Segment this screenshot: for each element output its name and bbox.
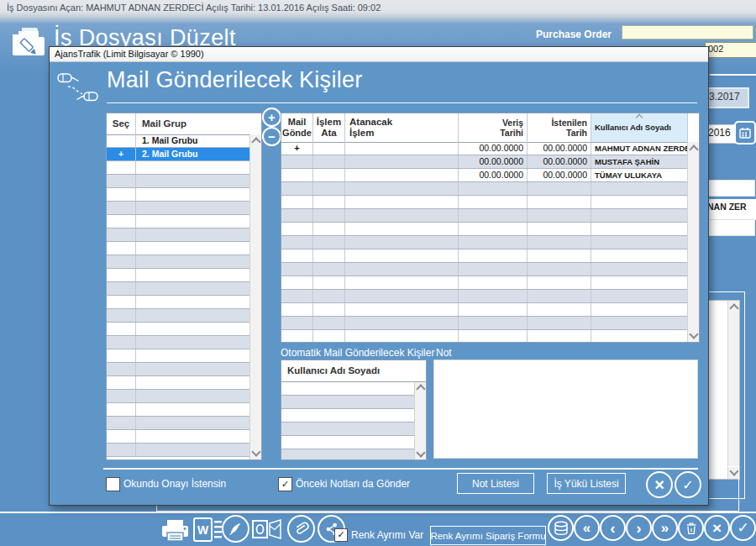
mail-groups-header: Seç Mail Grup <box>107 113 261 135</box>
auto-mail-row[interactable] <box>281 423 415 436</box>
recipient-row[interactable] <box>281 290 688 303</box>
pen-button[interactable] <box>222 515 249 543</box>
auto-mail-scrollbar[interactable] <box>414 382 426 459</box>
recipient-row[interactable] <box>281 182 688 196</box>
cancel-button[interactable]: × <box>704 515 730 541</box>
dialog-titlebar[interactable]: AjansTrafik (Limit Bilgisayar © 1990) <box>50 47 708 62</box>
col-header-sec[interactable]: Seç <box>107 113 136 134</box>
recipient-row[interactable] <box>281 303 688 317</box>
auto-mail-row[interactable] <box>281 382 415 396</box>
recipient-row[interactable] <box>281 223 688 236</box>
recipients-scrollbar[interactable] <box>687 142 699 342</box>
confirm-button[interactable]: ✓ <box>730 515 756 541</box>
auto-mail-row[interactable] <box>281 396 415 409</box>
scroll-down-icon[interactable] <box>416 448 425 457</box>
recipient-row[interactable] <box>281 249 688 263</box>
mail-group-row[interactable] <box>107 255 250 269</box>
col-header-mail-gonder[interactable]: Mail Gönde <box>281 113 313 142</box>
remove-group-button[interactable]: − <box>262 127 281 146</box>
read-receipt-checkbox[interactable] <box>106 477 120 491</box>
mail-group-row[interactable] <box>107 202 250 215</box>
word-export-icon[interactable]: W <box>193 517 223 543</box>
scroll-up-icon[interactable] <box>416 384 425 393</box>
right-input-2[interactable] <box>706 219 755 236</box>
right-input-1[interactable] <box>706 180 755 197</box>
recipient-row[interactable] <box>281 330 688 342</box>
mail-group-row[interactable] <box>107 349 250 363</box>
col-header-islem-ata[interactable]: İşlem Ata <box>313 113 345 142</box>
mail-group-row[interactable] <box>107 269 250 282</box>
workload-list-button[interactable]: İş Yükü Listesi <box>547 473 626 494</box>
dialog-confirm-button[interactable]: ✓ <box>675 471 701 498</box>
mail-group-row[interactable] <box>107 336 250 349</box>
next-record-button[interactable]: › <box>626 515 652 541</box>
mail-group-row[interactable] <box>107 242 250 255</box>
attach-button[interactable] <box>287 515 315 543</box>
recipient-row[interactable]: +00.00.000000.00.0000MAHMUT ADNAN ZERDEC… <box>281 142 688 155</box>
date-field-upper[interactable]: 3.2017 <box>704 87 749 108</box>
col-header-mail-grup[interactable]: Mail Grup <box>136 113 261 134</box>
mail-group-row[interactable] <box>107 309 250 323</box>
mail-group-row[interactable] <box>107 430 250 444</box>
recipient-row[interactable] <box>281 276 688 290</box>
delete-button[interactable] <box>678 515 704 541</box>
purchase-order-input[interactable] <box>622 25 753 39</box>
mail-group-row[interactable] <box>107 188 250 202</box>
recipient-row[interactable] <box>281 263 688 276</box>
recipient-row[interactable]: 00.00.000000.00.0000MUSTAFA ŞAHİN <box>281 155 688 169</box>
calendar-button[interactable] <box>734 121 756 144</box>
person-name-field[interactable]: NAN ZER <box>706 199 756 220</box>
color-separation-checkbox[interactable]: ✓ <box>334 528 348 542</box>
recipient-row[interactable]: 00.00.000000.00.0000TÜMAY ULUKAYA <box>281 169 688 182</box>
note-list-button[interactable]: Not Listesi <box>457 473 534 494</box>
recipient-row[interactable] <box>281 196 688 209</box>
scroll-up-icon[interactable] <box>689 144 698 154</box>
mail-groups-scrollbar[interactable] <box>249 134 261 459</box>
mail-group-row[interactable]: 1. Mail Grubu <box>107 134 250 148</box>
mail-group-row[interactable] <box>107 161 250 175</box>
auto-mail-row[interactable] <box>281 436 415 449</box>
mail-group-row[interactable] <box>107 175 250 188</box>
col-header-atanacak-islem[interactable]: Atanacak İşlem <box>345 113 459 142</box>
print-icon[interactable] <box>160 519 191 543</box>
auto-mail-row[interactable] <box>281 409 415 423</box>
recipient-row[interactable] <box>281 317 688 330</box>
dialog-cancel-button[interactable]: × <box>646 471 673 498</box>
previous-record-button[interactable]: ‹ <box>600 515 626 541</box>
mail-group-row[interactable] <box>107 444 250 457</box>
auto-mail-row[interactable] <box>281 449 415 459</box>
auto-mail-label: Otomatik Mail Gönderilecek Kişiler <box>281 347 434 359</box>
right-list-scrollbar[interactable] <box>727 301 739 479</box>
col-header-veris-tarihi[interactable]: Veriş Tarihi <box>459 113 528 142</box>
mail-group-row[interactable] <box>107 296 250 309</box>
first-record-button[interactable]: « <box>574 515 600 541</box>
order-code-field[interactable]: 002 <box>705 42 756 58</box>
col-header-istenilen-tarih[interactable]: İstenilen Tarih <box>528 113 591 142</box>
right-side-listbox[interactable] <box>708 300 740 480</box>
scroll-down-icon[interactable] <box>251 447 260 456</box>
mail-group-row[interactable] <box>107 376 250 390</box>
recipient-row[interactable] <box>281 209 688 223</box>
mail-group-row[interactable] <box>107 282 250 296</box>
col-header-kullanici[interactable]: Kullanıcı Adı Soyadı <box>591 113 688 142</box>
mail-group-row[interactable]: +2. Mail Grubu <box>107 148 250 161</box>
note-textarea[interactable] <box>433 360 698 459</box>
recipient-row[interactable] <box>281 236 688 249</box>
outlook-icon[interactable] <box>252 517 282 541</box>
mail-group-row[interactable] <box>107 228 250 242</box>
mail-group-row[interactable] <box>107 363 250 376</box>
auto-mail-col-header[interactable]: Kullanıcı Adı Soyadı <box>281 360 426 382</box>
mail-group-row[interactable] <box>107 417 250 430</box>
mail-group-row[interactable] <box>107 403 250 417</box>
records-button[interactable] <box>548 515 574 541</box>
previous-notes-checkbox[interactable]: ✓ <box>278 477 292 491</box>
add-group-button[interactable]: + <box>262 108 281 127</box>
color-separation-form-button[interactable]: Renk Ayrımı Sipariş Formu <box>430 526 546 545</box>
scroll-up-icon[interactable] <box>251 137 260 146</box>
scroll-up-icon[interactable] <box>729 303 738 312</box>
mail-group-row[interactable] <box>107 323 250 336</box>
scroll-down-icon[interactable] <box>689 329 698 339</box>
mail-group-row[interactable] <box>107 390 250 403</box>
last-record-button[interactable]: » <box>652 515 678 541</box>
mail-group-row[interactable] <box>107 215 250 228</box>
